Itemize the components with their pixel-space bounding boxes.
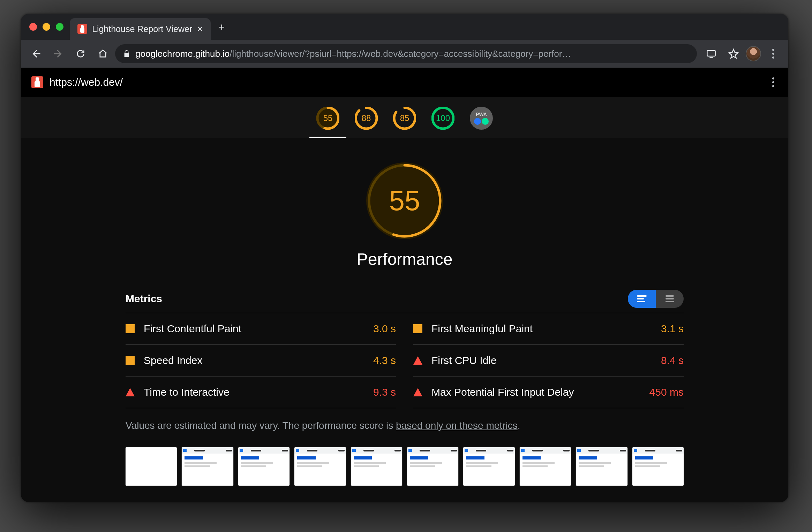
lock-icon bbox=[123, 50, 130, 58]
square-icon bbox=[126, 356, 135, 365]
category-gauges: 55 88 85 100PWA bbox=[21, 97, 788, 138]
disclaimer-link[interactable]: based only on these metrics bbox=[396, 420, 518, 431]
url-text: googlechrome.github.io/lighthouse/viewer… bbox=[135, 48, 571, 59]
lighthouse-icon bbox=[31, 76, 43, 88]
tab-close-button[interactable]: × bbox=[197, 24, 203, 34]
metric-name: Speed Index bbox=[144, 355, 373, 366]
category-gauge-0[interactable]: 55 bbox=[316, 107, 339, 130]
metric-value: 3.1 s bbox=[661, 323, 684, 335]
home-button[interactable] bbox=[93, 44, 113, 64]
plus-icon: + bbox=[219, 21, 225, 33]
pwa-badge[interactable]: PWA bbox=[470, 107, 493, 130]
window-controls bbox=[29, 23, 63, 31]
browser-tab[interactable]: Lighthouse Report Viewer × bbox=[70, 18, 211, 40]
new-tab-button[interactable]: + bbox=[213, 19, 230, 36]
category-title: Performance bbox=[357, 250, 453, 269]
list-icon bbox=[666, 295, 674, 302]
filmstrip-thumbnail[interactable] bbox=[520, 447, 571, 486]
url-host: googlechrome.github.io bbox=[135, 48, 230, 59]
metric-name: First Meaningful Paint bbox=[431, 323, 661, 335]
reload-button[interactable] bbox=[70, 44, 91, 64]
browser-menu-button[interactable] bbox=[763, 44, 783, 64]
metric-value: 3.0 s bbox=[373, 323, 396, 335]
square-icon bbox=[126, 324, 135, 333]
list-icon bbox=[637, 295, 647, 302]
filmstrip-thumbnail[interactable] bbox=[576, 447, 627, 486]
filmstrip-thumbnail[interactable] bbox=[182, 447, 233, 486]
filmstrip-thumbnail[interactable] bbox=[632, 447, 684, 486]
gauge-score: 85 bbox=[400, 113, 409, 123]
filmstrip-thumbnail[interactable] bbox=[238, 447, 290, 486]
metric-value: 4.3 s bbox=[373, 355, 396, 366]
metric-row[interactable]: First Meaningful Paint 3.1 s bbox=[413, 313, 684, 345]
metrics-heading: Metrics bbox=[126, 293, 162, 305]
gauge-score: 88 bbox=[362, 113, 371, 123]
metric-name: First CPU Idle bbox=[431, 355, 661, 366]
filmstrip-thumbnail[interactable] bbox=[126, 447, 177, 486]
report-menu-button[interactable] bbox=[769, 74, 778, 91]
metric-name: Max Potential First Input Delay bbox=[431, 386, 649, 398]
screenshot-thumbnails bbox=[112, 440, 698, 500]
forward-button[interactable] bbox=[48, 44, 68, 64]
filmstrip-thumbnail[interactable] bbox=[407, 447, 458, 486]
metric-name: First Contentful Paint bbox=[144, 323, 373, 335]
performance-score: 55 bbox=[389, 185, 420, 217]
metric-row[interactable]: Time to Interactive 9.3 s bbox=[126, 377, 396, 408]
metric-row[interactable]: Speed Index 4.3 s bbox=[126, 345, 396, 377]
cast-button[interactable] bbox=[701, 44, 721, 64]
browser-window: Lighthouse Report Viewer × + bbox=[21, 14, 788, 502]
metric-value: 450 ms bbox=[649, 386, 684, 398]
metric-value: 8.4 s bbox=[661, 355, 684, 366]
metrics-disclaimer: Values are estimated and may vary. The p… bbox=[126, 408, 684, 440]
performance-gauge: 55 Performance bbox=[126, 152, 684, 269]
titlebar: Lighthouse Report Viewer × + bbox=[21, 14, 788, 40]
bookmark-button[interactable] bbox=[723, 44, 744, 64]
gauge-score: 100 bbox=[436, 113, 450, 123]
arrow-right-icon bbox=[53, 48, 63, 59]
category-gauge-3[interactable]: 100 bbox=[431, 107, 454, 130]
window-close-button[interactable] bbox=[29, 23, 37, 31]
selected-indicator bbox=[309, 137, 346, 138]
page-content: https://web.dev/ 55 88 85 100PWA 55 bbox=[21, 68, 788, 502]
tested-url: https://web.dev/ bbox=[50, 76, 123, 88]
triangle-icon bbox=[126, 388, 135, 396]
metrics-view-condensed[interactable] bbox=[628, 290, 656, 308]
filmstrip-thumbnail[interactable] bbox=[463, 447, 514, 486]
screen-icon bbox=[706, 49, 716, 59]
arrow-left-icon bbox=[31, 48, 41, 59]
window-maximize-button[interactable] bbox=[56, 23, 63, 31]
metric-value: 9.3 s bbox=[373, 386, 396, 398]
svg-rect-0 bbox=[707, 51, 715, 56]
triangle-icon bbox=[413, 356, 422, 365]
reload-icon bbox=[76, 49, 85, 59]
metric-row[interactable]: First CPU Idle 8.4 s bbox=[413, 345, 684, 377]
filmstrip-thumbnail[interactable] bbox=[294, 447, 346, 486]
metric-row[interactable]: First Contentful Paint 3.0 s bbox=[126, 313, 396, 345]
url-path: /lighthouse/viewer/?psiurl=https://web.d… bbox=[230, 48, 571, 59]
lighthouse-icon bbox=[77, 24, 87, 34]
tab-title: Lighthouse Report Viewer bbox=[92, 24, 192, 34]
star-icon bbox=[728, 48, 739, 59]
report-header: https://web.dev/ bbox=[21, 68, 788, 97]
category-gauge-1[interactable]: 88 bbox=[355, 107, 378, 130]
kebab-icon bbox=[769, 45, 778, 62]
metric-name: Time to Interactive bbox=[144, 386, 373, 398]
browser-toolbar: googlechrome.github.io/lighthouse/viewer… bbox=[21, 40, 788, 68]
window-minimize-button[interactable] bbox=[43, 23, 50, 31]
metrics-view-toggle bbox=[628, 290, 684, 308]
metrics-view-expanded[interactable] bbox=[656, 290, 684, 308]
triangle-icon bbox=[413, 388, 422, 396]
metric-row[interactable]: Max Potential First Input Delay 450 ms bbox=[413, 377, 684, 408]
home-icon bbox=[98, 49, 108, 59]
filmstrip-thumbnail[interactable] bbox=[351, 447, 402, 486]
category-gauge-2[interactable]: 85 bbox=[393, 107, 416, 130]
back-button[interactable] bbox=[26, 44, 46, 64]
address-bar[interactable]: googlechrome.github.io/lighthouse/viewer… bbox=[115, 44, 697, 63]
square-icon bbox=[413, 324, 422, 333]
gauge-score: 55 bbox=[323, 113, 333, 123]
profile-avatar[interactable] bbox=[746, 46, 761, 61]
